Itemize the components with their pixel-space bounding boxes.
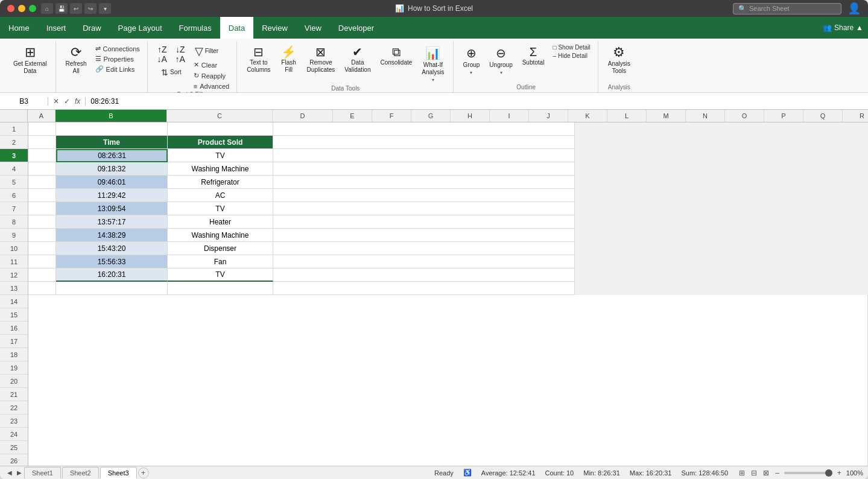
row-header-19[interactable]: 19 xyxy=(0,361,28,375)
group-button[interactable]: ⊕ Group ▾ xyxy=(460,43,484,78)
search-box[interactable]: 🔍 Search Sheet xyxy=(733,3,841,14)
sheet-tab-1[interactable]: Sheet1 xyxy=(24,467,61,478)
row-header-8[interactable]: 8 xyxy=(0,215,28,229)
row-header-20[interactable]: 20 xyxy=(0,375,28,388)
col-header-g[interactable]: G xyxy=(411,110,451,122)
more-button[interactable]: ▾ xyxy=(99,3,111,14)
menu-review[interactable]: Review xyxy=(253,17,296,39)
cell-c13[interactable] xyxy=(168,282,273,295)
row-header-10[interactable]: 10 xyxy=(0,242,28,255)
cell-c2-header[interactable]: Product Sold xyxy=(168,136,273,149)
cell-b3[interactable]: 08:26:31 xyxy=(56,149,168,162)
clear-button[interactable]: ✕ Clear xyxy=(191,60,220,70)
confirm-formula-button[interactable]: ✓ xyxy=(63,97,71,106)
undo-button[interactable]: ↩ xyxy=(70,3,82,14)
cell-c12[interactable]: TV xyxy=(168,268,273,282)
sheet-nav-right[interactable]: ▶ xyxy=(14,468,24,477)
cell-b7[interactable]: 13:09:54 xyxy=(56,202,168,215)
cell-d11[interactable] xyxy=(273,255,575,268)
cell-a8[interactable] xyxy=(28,215,56,229)
cell-d2[interactable] xyxy=(273,136,575,149)
cancel-formula-button[interactable]: ✕ xyxy=(52,97,60,106)
row-header-3[interactable]: 3 xyxy=(0,149,28,162)
cell-c7[interactable]: TV xyxy=(168,202,273,215)
save-button[interactable]: 💾 xyxy=(55,3,68,14)
row-header-5[interactable]: 5 xyxy=(0,176,28,189)
col-header-j[interactable]: J xyxy=(529,110,568,122)
cell-c3[interactable]: TV xyxy=(168,149,273,162)
cell-d3[interactable] xyxy=(273,149,575,162)
cell-b13[interactable] xyxy=(56,282,168,295)
flash-fill-button[interactable]: ⚡ FlashFill xyxy=(277,43,301,76)
consolidate-button[interactable]: ⧉ Consolidate xyxy=(376,43,416,69)
col-header-l[interactable]: L xyxy=(607,110,647,122)
cell-b10[interactable]: 15:43:20 xyxy=(56,242,168,255)
page-break-view-button[interactable]: ⊠ xyxy=(762,469,770,477)
col-header-d[interactable]: D xyxy=(273,110,333,122)
cell-a2[interactable] xyxy=(28,136,56,149)
close-button[interactable] xyxy=(7,5,14,12)
cell-a13[interactable] xyxy=(28,282,56,295)
ungroup-button[interactable]: ⊖ Ungroup ▾ xyxy=(486,43,516,78)
row-header-1[interactable]: 1 xyxy=(0,122,28,136)
cell-c4[interactable]: Washing Machine xyxy=(168,162,273,176)
menu-data[interactable]: Data xyxy=(220,17,253,39)
row-header-26[interactable]: 26 xyxy=(0,454,28,466)
text-to-columns-button[interactable]: ⊟ Text toColumns xyxy=(243,43,274,76)
cell-c11[interactable]: Fan xyxy=(168,255,273,268)
advanced-button[interactable]: ≡ Advanced xyxy=(191,81,232,91)
redo-button[interactable]: ↪ xyxy=(84,3,97,14)
hide-detail-button[interactable]: – Hide Detail xyxy=(550,52,592,60)
menu-insert[interactable]: Insert xyxy=(38,17,75,39)
cell-d9[interactable] xyxy=(273,229,575,242)
cell-c9[interactable]: Washing Machine xyxy=(168,229,273,242)
cell-b2-header[interactable]: Time xyxy=(56,136,168,149)
formula-input[interactable]: 08:26:31 xyxy=(86,97,868,106)
zoom-out-button[interactable]: – xyxy=(774,469,781,477)
col-header-n[interactable]: N xyxy=(686,110,725,122)
cell-a4[interactable] xyxy=(28,162,56,176)
cell-c8[interactable]: Heater xyxy=(168,215,273,229)
cell-d8[interactable] xyxy=(273,215,575,229)
menu-page-layout[interactable]: Page Layout xyxy=(110,17,171,39)
cell-d4[interactable] xyxy=(273,162,575,176)
refresh-all-button[interactable]: ⟳ RefreshAll xyxy=(62,43,90,77)
row-header-14[interactable]: 14 xyxy=(0,295,28,308)
cell-d1[interactable] xyxy=(273,122,575,136)
col-header-a[interactable]: A xyxy=(28,110,55,122)
col-header-c[interactable]: C xyxy=(167,110,273,122)
cell-a10[interactable] xyxy=(28,242,56,255)
col-header-b[interactable]: B xyxy=(55,110,167,122)
cell-b9[interactable]: 14:38:29 xyxy=(56,229,168,242)
normal-view-button[interactable]: ⊞ xyxy=(738,469,746,477)
get-external-data-button[interactable]: ⊞ Get ExternalData xyxy=(10,43,51,77)
row-header-22[interactable]: 22 xyxy=(0,401,28,414)
col-header-f[interactable]: F xyxy=(372,110,411,122)
sheet-tab-2[interactable]: Sheet2 xyxy=(62,467,99,478)
col-header-e[interactable]: E xyxy=(333,110,372,122)
cell-a1[interactable] xyxy=(28,122,56,136)
row-header-25[interactable]: 25 xyxy=(0,441,28,454)
row-header-23[interactable]: 23 xyxy=(0,414,28,428)
cell-b6[interactable]: 11:29:42 xyxy=(56,189,168,202)
cell-a3[interactable] xyxy=(28,149,56,162)
analysis-tools-button[interactable]: ⚙ AnalysisTools xyxy=(604,43,634,77)
cell-d13[interactable] xyxy=(273,282,575,295)
cell-a12[interactable] xyxy=(28,268,56,282)
minimize-button[interactable] xyxy=(18,5,25,12)
cell-c5[interactable]: Refrigerator xyxy=(168,176,273,189)
row-header-24[interactable]: 24 xyxy=(0,428,28,441)
cell-b1[interactable] xyxy=(56,122,168,136)
cell-a11[interactable] xyxy=(28,255,56,268)
zoom-slider[interactable] xyxy=(784,472,832,474)
properties-button[interactable]: ☰ Properties xyxy=(93,54,142,64)
cell-b4[interactable]: 09:18:32 xyxy=(56,162,168,176)
show-detail-button[interactable]: □ Show Detail xyxy=(550,43,592,51)
row-header-15[interactable]: 15 xyxy=(0,308,28,322)
menu-developer[interactable]: Developer xyxy=(330,17,382,39)
sheet-tab-3[interactable]: Sheet3 xyxy=(100,467,137,479)
what-if-button[interactable]: 📊 What-IfAnalysis ▾ xyxy=(418,43,448,85)
cell-c6[interactable]: AC xyxy=(168,189,273,202)
row-header-17[interactable]: 17 xyxy=(0,335,28,348)
cell-c1[interactable] xyxy=(168,122,273,136)
